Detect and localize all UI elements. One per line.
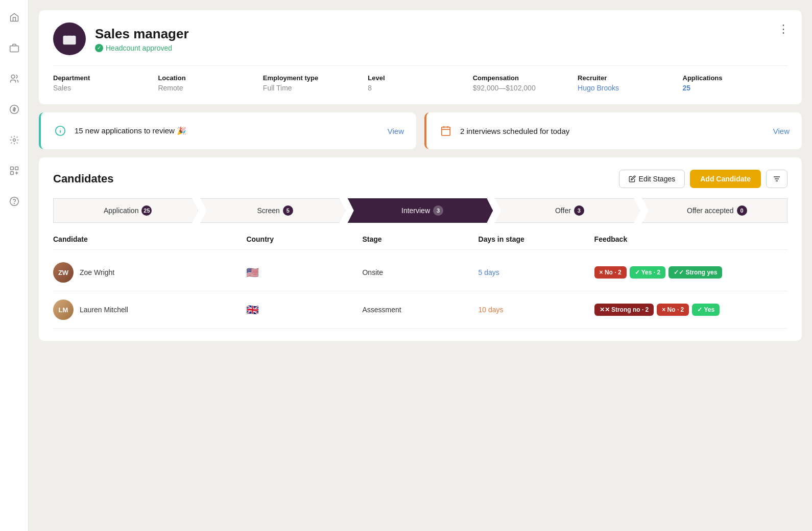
col-country: Country — [246, 235, 362, 243]
people-icon[interactable] — [5, 70, 23, 88]
candidates-card: Candidates Edit Stages Add Candidate — [39, 157, 802, 341]
info-icon — [53, 124, 67, 138]
edit-stages-label: Edit Stages — [639, 175, 676, 183]
candidate-days: 10 days — [479, 306, 594, 314]
new-applications-text: 15 new applications to review 🎉 — [75, 126, 186, 135]
svg-rect-14 — [442, 127, 450, 135]
col-candidate: Candidate — [53, 235, 246, 243]
candidate-name: Zoe Wright — [80, 268, 114, 276]
col-days: Days in stage — [479, 235, 594, 243]
feedback-strong-no: ✕✕ Strong no · 2 — [594, 304, 654, 316]
more-menu-button[interactable]: ⋮ — [778, 22, 790, 36]
col-feedback: Feedback — [594, 235, 787, 243]
calendar-icon — [439, 124, 453, 138]
check-circle-icon: ✓ — [95, 44, 103, 52]
svg-rect-7 — [10, 172, 13, 175]
candidate-name-cell: LM Lauren Mitchell — [53, 299, 246, 320]
pipeline-stage-offer-accepted[interactable]: Offer accepted 0 — [642, 198, 787, 223]
applications-detail: Applications 25 — [683, 74, 787, 92]
employment-detail: Employment type Full Time — [263, 74, 368, 92]
candidates-actions: Edit Stages Add Candidate — [619, 170, 787, 188]
feedback-no: × No · 2 — [657, 304, 689, 316]
col-stage: Stage — [362, 235, 478, 243]
department-detail: Department Sales — [53, 74, 158, 92]
country-flag: 🇬🇧 — [246, 304, 259, 315]
pipeline-stage-screen[interactable]: Screen 5 — [200, 198, 345, 223]
new-applications-notification: 15 new applications to review 🎉 View — [39, 112, 416, 149]
feedback-cell: × No · 2 ✓ Yes · 2 ✓✓ Strong yes — [594, 266, 787, 279]
svg-point-9 — [14, 203, 14, 204]
feedback-yes: ✓ Yes · 2 — [630, 266, 665, 279]
location-detail: Location Remote — [158, 74, 262, 92]
candidate-avatar: LM — [53, 299, 74, 320]
sidebar — [0, 0, 29, 531]
home-icon[interactable] — [5, 8, 23, 27]
pipeline-stage-offer[interactable]: Offer 3 — [495, 198, 640, 223]
svg-point-2 — [11, 75, 15, 79]
feedback-yes: ✓ Yes — [692, 304, 720, 316]
help-icon[interactable] — [5, 192, 23, 211]
candidate-name: Lauren Mitchell — [80, 306, 128, 314]
edit-stages-button[interactable]: Edit Stages — [619, 170, 685, 188]
candidates-title: Candidates — [53, 172, 114, 186]
compensation-detail: Compensation $92,000—$102,000 — [473, 74, 578, 92]
table-header: Candidate Country Stage Days in stage Fe… — [53, 235, 787, 250]
headcount-status: Headcount approved — [106, 44, 172, 52]
interview-count: 3 — [433, 205, 443, 216]
dollar-icon[interactable] — [5, 100, 23, 119]
candidate-name-cell: ZW Zoe Wright — [53, 262, 246, 283]
svg-rect-0 — [10, 46, 18, 52]
candidate-stage: Onsite — [362, 268, 478, 276]
filter-button[interactable] — [766, 170, 787, 188]
job-details-row: Department Sales Location Remote Employm… — [53, 65, 787, 92]
interviews-text: 2 interviews scheduled for today — [460, 127, 569, 135]
table-row[interactable]: LM Lauren Mitchell 🇬🇧 Assessment 10 days… — [53, 291, 787, 329]
add-candidate-button[interactable]: Add Candidate — [690, 170, 761, 188]
candidate-country: 🇺🇸 — [246, 266, 362, 279]
interviews-notification: 2 interviews scheduled for today View — [424, 112, 802, 149]
job-title: Sales manager — [95, 26, 189, 42]
grid-add-icon[interactable] — [5, 161, 23, 180]
svg-point-4 — [13, 139, 15, 142]
interviews-view-button[interactable]: View — [773, 127, 790, 135]
notification-row: 15 new applications to review 🎉 View 2 i… — [39, 112, 802, 149]
offer-count: 3 — [574, 205, 584, 216]
svg-rect-5 — [10, 167, 13, 170]
candidate-stage: Assessment — [362, 306, 478, 314]
candidates-table: Candidate Country Stage Days in stage Fe… — [53, 235, 787, 329]
feedback-strong-yes: ✓✓ Strong yes — [668, 266, 722, 279]
candidate-avatar: ZW — [53, 262, 74, 283]
job-header-card: Sales manager ✓ Headcount approved ⋮ Dep… — [39, 10, 802, 104]
country-flag: 🇺🇸 — [246, 267, 259, 278]
main-content: Sales manager ✓ Headcount approved ⋮ Dep… — [29, 0, 812, 531]
application-count: 25 — [141, 205, 152, 216]
candidates-header: Candidates Edit Stages Add Candidate — [53, 170, 787, 188]
settings-icon[interactable] — [5, 131, 23, 149]
candidate-days: 5 days — [479, 268, 594, 276]
pipeline-stage-interview[interactable]: Interview 3 — [348, 198, 493, 223]
pipeline-stage-application[interactable]: Application 25 — [53, 198, 198, 223]
new-applications-view-button[interactable]: View — [388, 127, 404, 135]
screen-count: 5 — [283, 205, 293, 216]
svg-point-8 — [10, 197, 18, 206]
job-avatar — [53, 22, 86, 55]
offer-accepted-count: 0 — [737, 205, 747, 216]
table-row[interactable]: ZW Zoe Wright 🇺🇸 Onsite 5 days × No · 2 … — [53, 254, 787, 291]
briefcase-icon[interactable] — [5, 39, 23, 57]
feedback-no: × No · 2 — [594, 266, 627, 279]
candidate-country: 🇬🇧 — [246, 304, 362, 316]
svg-rect-10 — [63, 36, 76, 45]
recruiter-detail: Recruiter Hugo Brooks — [578, 74, 682, 92]
svg-rect-6 — [15, 167, 18, 170]
pipeline-stages: Application 25 Screen 5 Interview 3 Offe… — [53, 198, 787, 223]
feedback-cell: ✕✕ Strong no · 2 × No · 2 ✓ Yes — [594, 304, 787, 316]
level-detail: Level 8 — [368, 74, 472, 92]
